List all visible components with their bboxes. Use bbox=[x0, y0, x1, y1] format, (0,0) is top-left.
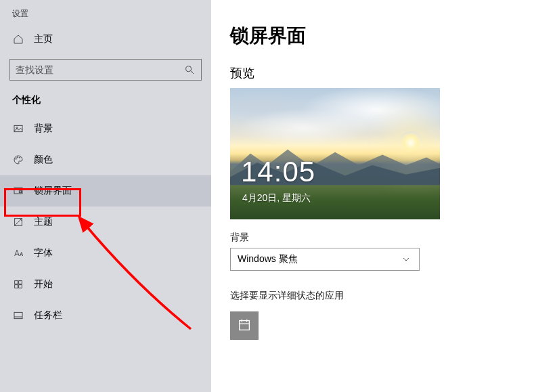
background-label: 背景 bbox=[230, 232, 515, 244]
preview-date: 4月20日, 星期六 bbox=[242, 192, 311, 204]
svg-rect-16 bbox=[240, 320, 250, 330]
dropdown-selected: Windows 聚焦 bbox=[238, 253, 298, 265]
preview-heading: 预览 bbox=[230, 65, 515, 81]
nav-item-background[interactable]: 背景 bbox=[0, 113, 211, 144]
nav-item-fonts[interactable]: 字体 bbox=[0, 238, 211, 269]
svg-rect-14 bbox=[14, 312, 22, 318]
nav-item-lockscreen[interactable]: 锁屏界面 bbox=[0, 175, 211, 206]
svg-point-4 bbox=[16, 158, 16, 159]
nav-item-label: 锁屏界面 bbox=[34, 185, 72, 197]
detailed-status-label: 选择要显示详细状态的应用 bbox=[230, 290, 515, 302]
svg-point-3 bbox=[16, 127, 18, 129]
palette-icon bbox=[12, 154, 24, 166]
nav-home[interactable]: 主页 bbox=[0, 26, 211, 52]
chevron-down-icon bbox=[400, 253, 412, 265]
home-icon bbox=[12, 33, 24, 45]
svg-rect-11 bbox=[19, 281, 22, 284]
fonts-icon bbox=[12, 247, 24, 259]
picture-icon bbox=[12, 123, 24, 135]
search-icon bbox=[183, 64, 196, 76]
start-icon bbox=[12, 278, 24, 290]
background-dropdown[interactable]: Windows 聚焦 bbox=[230, 248, 420, 271]
preview-time: 14:05 bbox=[241, 156, 315, 188]
nav-item-label: 主题 bbox=[34, 216, 53, 228]
svg-rect-10 bbox=[15, 281, 18, 284]
svg-line-1 bbox=[191, 71, 194, 74]
nav-home-label: 主页 bbox=[34, 33, 53, 45]
svg-point-6 bbox=[19, 157, 20, 158]
settings-sidebar: 设置 主页 个性化 背景 颜色 锁屏界面 主题 bbox=[0, 0, 211, 392]
svg-rect-8 bbox=[19, 191, 21, 193]
nav-item-label: 字体 bbox=[34, 247, 53, 259]
window-title: 设置 bbox=[0, 8, 211, 26]
nav-item-label: 任务栏 bbox=[34, 309, 62, 322]
nav-item-taskbar[interactable]: 任务栏 bbox=[0, 300, 211, 331]
themes-icon bbox=[12, 216, 24, 228]
taskbar-icon bbox=[12, 309, 24, 322]
page-title: 锁屏界面 bbox=[230, 23, 515, 49]
search-input[interactable] bbox=[16, 64, 183, 75]
nav-item-label: 颜色 bbox=[34, 154, 53, 166]
lockscreen-icon bbox=[12, 185, 24, 197]
calendar-icon bbox=[237, 318, 252, 334]
lockscreen-preview[interactable]: 14:05 4月20日, 星期六 bbox=[230, 88, 440, 219]
main-panel: 锁屏界面 预览 14:05 4月20日, 星期六 背景 Windows 聚焦 选… bbox=[211, 0, 534, 392]
svg-point-0 bbox=[186, 66, 192, 72]
nav-item-label: 开始 bbox=[34, 278, 53, 290]
nav-item-colors[interactable]: 颜色 bbox=[0, 144, 211, 175]
nav-item-themes[interactable]: 主题 bbox=[0, 206, 211, 238]
svg-point-5 bbox=[17, 157, 18, 158]
detailed-status-app-button[interactable] bbox=[230, 311, 259, 340]
section-title: 个性化 bbox=[0, 90, 211, 113]
nav-item-label: 背景 bbox=[34, 123, 53, 135]
search-box[interactable] bbox=[9, 59, 202, 81]
nav-item-start[interactable]: 开始 bbox=[0, 269, 211, 300]
svg-rect-13 bbox=[19, 285, 22, 288]
svg-rect-12 bbox=[15, 285, 18, 288]
